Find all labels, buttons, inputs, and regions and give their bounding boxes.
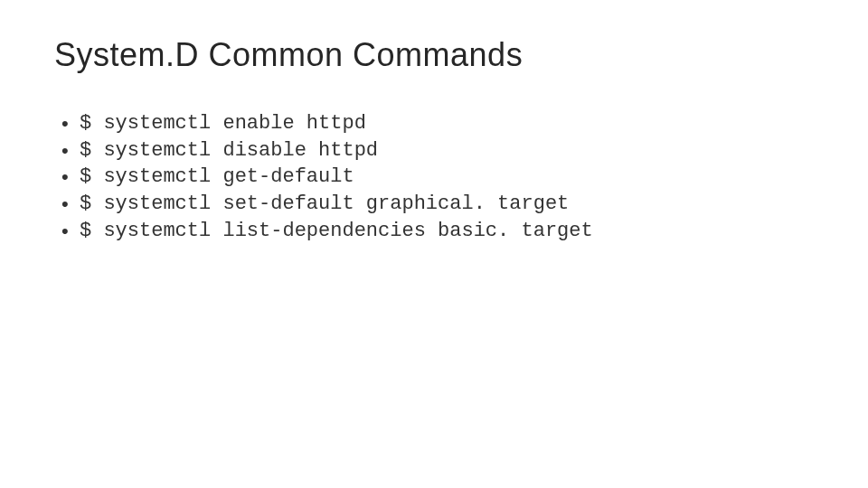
list-item: $ systemctl set-default graphical. targe… bbox=[61, 191, 814, 218]
slide-title: System.D Common Commands bbox=[54, 36, 814, 74]
list-item: $ systemctl disable httpd bbox=[61, 137, 814, 164]
list-item: $ systemctl list-dependencies basic. tar… bbox=[61, 218, 814, 245]
list-item: $ systemctl enable httpd bbox=[61, 110, 814, 137]
command-list: $ systemctl enable httpd $ systemctl dis… bbox=[54, 110, 814, 244]
list-item: $ systemctl get-default bbox=[61, 164, 814, 191]
